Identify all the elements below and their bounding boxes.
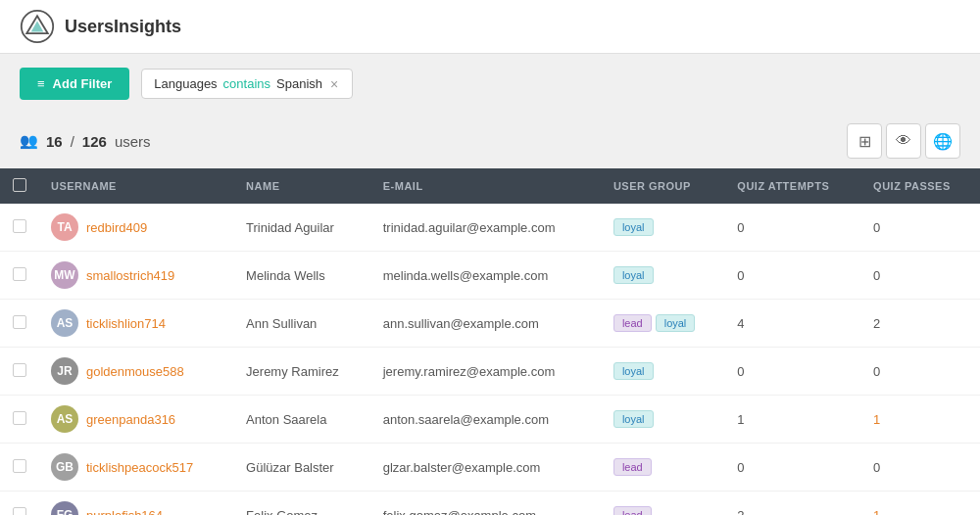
table-row: AS greenpanda316 Anton Saarelaanton.saar…: [0, 396, 980, 444]
col-name: NAME: [234, 168, 371, 204]
row-checkbox[interactable]: [13, 267, 26, 281]
badge-loyal: loyal: [613, 410, 654, 428]
grid-icon: ⊞: [858, 132, 871, 151]
email-cell: trinidad.aguilar@example.com: [371, 204, 602, 252]
grid-view-button[interactable]: ⊞: [847, 123, 882, 159]
col-username: USERNAME: [39, 168, 234, 204]
username-link[interactable]: redbird409: [86, 220, 147, 235]
logo: UsersInsights: [20, 9, 181, 44]
quiz-passes-cell: 1: [861, 492, 980, 516]
group-cell: loyal: [602, 348, 725, 396]
avatar: MW: [51, 261, 78, 289]
col-quiz-passes: QUIZ PASSES: [861, 168, 980, 204]
group-cell: loyal: [602, 204, 725, 252]
stats-row: 👥 16 / 126 users ⊞ 👁 🌐: [0, 114, 980, 168]
select-all-checkbox[interactable]: [13, 178, 26, 192]
filter-operator: contains: [223, 76, 270, 91]
quiz-attempts-cell: 1: [725, 396, 861, 444]
badge-loyal: loyal: [613, 362, 654, 380]
table-body: TA redbird409 Trinidad Aguilartrinidad.a…: [0, 204, 980, 515]
quiz-attempts-cell: 0: [725, 252, 861, 300]
remove-filter-button[interactable]: ×: [328, 77, 340, 91]
group-cell: lead: [602, 444, 725, 492]
globe-view-button[interactable]: 🌐: [925, 123, 960, 159]
total-count: 126: [82, 133, 107, 150]
email-cell: melinda.wells@example.com: [371, 252, 602, 300]
header: UsersInsights: [0, 0, 980, 54]
table-row: MW smallostrich419 Melinda Wellsmelinda.…: [0, 252, 980, 300]
row-checkbox[interactable]: [13, 459, 26, 473]
active-filter-tag: Languages contains Spanish ×: [141, 69, 353, 99]
username-link[interactable]: goldenmouse588: [86, 364, 184, 379]
email-cell: glzar.balster@example.com: [371, 444, 602, 492]
badge-loyal: loyal: [656, 314, 696, 332]
username-cell: TA redbird409: [51, 213, 222, 241]
col-email: E-MAIL: [371, 168, 602, 204]
avatar: GB: [51, 453, 78, 481]
username-link[interactable]: purplefish164: [86, 508, 163, 516]
row-checkbox[interactable]: [13, 363, 26, 377]
badge-loyal: loyal: [613, 218, 654, 236]
users-label: users: [115, 133, 151, 150]
quiz-passes-cell: 1: [861, 396, 980, 444]
email-cell: jeremy.ramirez@example.com: [371, 348, 602, 396]
username-link[interactable]: ticklishlion714: [86, 316, 166, 331]
quiz-attempts-cell: 4: [725, 300, 861, 348]
email-cell: anton.saarela@example.com: [371, 396, 602, 444]
username-cell: FG purplefish164: [51, 501, 222, 515]
current-count: 16: [46, 133, 63, 150]
filter-value: Spanish: [276, 76, 322, 91]
globe-icon: 🌐: [933, 132, 953, 151]
quiz-passes-cell: 0: [861, 252, 980, 300]
count-separator: /: [71, 133, 74, 150]
avatar: JR: [51, 357, 78, 385]
quiz-attempts-cell: 0: [725, 204, 861, 252]
table-row: JR goldenmouse588 Jeremy Ramirezjeremy.r…: [0, 348, 980, 396]
avatar: AS: [51, 309, 78, 337]
username-link[interactable]: greenpanda316: [86, 412, 175, 427]
eye-view-button[interactable]: 👁: [886, 123, 921, 159]
avatar: TA: [51, 213, 78, 241]
group-cell: loyal: [602, 252, 725, 300]
group-cell: lead: [602, 492, 725, 516]
add-filter-button[interactable]: ≡ Add Filter: [20, 68, 129, 100]
username-cell: AS greenpanda316: [51, 405, 222, 433]
badge-loyal: loyal: [613, 266, 654, 284]
select-all-header: [0, 168, 39, 204]
row-checkbox[interactable]: [13, 411, 26, 425]
email-cell: ann.sullivan@example.com: [371, 300, 602, 348]
row-checkbox[interactable]: [13, 507, 26, 516]
filter-icon: ≡: [37, 76, 45, 91]
add-filter-label: Add Filter: [53, 76, 113, 91]
table-row: GB ticklishpeacock517 Gülüzar Balsterglz…: [0, 444, 980, 492]
name-cell: Gülüzar Balster: [234, 444, 371, 492]
username-link[interactable]: smallostrich419: [86, 268, 174, 283]
users-table-container: USERNAME NAME E-MAIL USER GROUP QUIZ ATT…: [0, 168, 980, 515]
logo-icon: [20, 9, 55, 44]
username-link[interactable]: ticklishpeacock517: [86, 460, 193, 475]
table-row: TA redbird409 Trinidad Aguilartrinidad.a…: [0, 204, 980, 252]
toolbar: ≡ Add Filter Languages contains Spanish …: [0, 54, 980, 114]
users-table: USERNAME NAME E-MAIL USER GROUP QUIZ ATT…: [0, 168, 980, 515]
filter-field: Languages: [154, 76, 217, 91]
username-cell: GB ticklishpeacock517: [51, 453, 222, 481]
col-usergroup: USER GROUP: [602, 168, 725, 204]
name-cell: Felix Gomez: [234, 492, 371, 516]
user-count: 👥 16 / 126 users: [20, 132, 151, 150]
badge-lead: lead: [613, 314, 652, 332]
quiz-attempts-cell: 0: [725, 348, 861, 396]
username-cell: MW smallostrich419: [51, 261, 222, 289]
row-checkbox[interactable]: [13, 219, 26, 233]
app-name: UsersInsights: [65, 17, 181, 37]
email-cell: felix.gomez@example.com: [371, 492, 602, 516]
name-cell: Trinidad Aguilar: [234, 204, 371, 252]
table-header: USERNAME NAME E-MAIL USER GROUP QUIZ ATT…: [0, 168, 980, 204]
view-controls: ⊞ 👁 🌐: [847, 123, 960, 159]
name-cell: Ann Sullivan: [234, 300, 371, 348]
badge-lead: lead: [613, 458, 652, 476]
badge-lead: lead: [613, 506, 652, 515]
quiz-passes-cell: 0: [861, 204, 980, 252]
row-checkbox[interactable]: [13, 315, 26, 329]
name-cell: Anton Saarela: [234, 396, 371, 444]
name-cell: Melinda Wells: [234, 252, 371, 300]
